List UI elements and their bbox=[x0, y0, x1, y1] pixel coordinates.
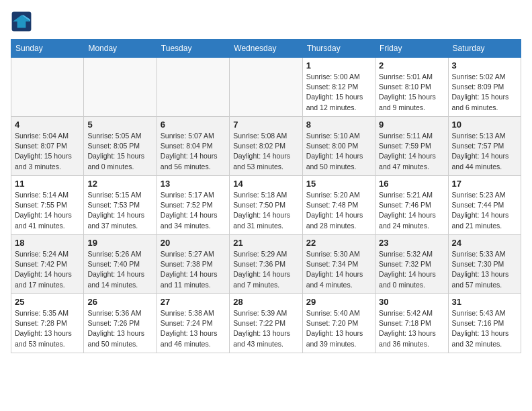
day-info: Sunrise: 5:38 AMSunset: 7:24 PMDaylight:… bbox=[161, 308, 226, 349]
weekday-header-monday: Monday bbox=[84, 40, 157, 58]
day-info: Sunrise: 5:40 AMSunset: 7:20 PMDaylight:… bbox=[306, 308, 371, 349]
day-info: Sunrise: 5:26 AMSunset: 7:40 PMDaylight:… bbox=[87, 249, 152, 290]
calendar-cell: 31Sunrise: 5:43 AMSunset: 7:16 PMDayligh… bbox=[448, 294, 521, 353]
weekday-header-wednesday: Wednesday bbox=[230, 40, 302, 58]
day-number: 26 bbox=[87, 297, 152, 307]
day-number: 10 bbox=[452, 120, 517, 130]
day-info: Sunrise: 5:33 AMSunset: 7:30 PMDaylight:… bbox=[452, 249, 517, 290]
day-number: 5 bbox=[87, 120, 152, 130]
week-row-3: 11Sunrise: 5:14 AMSunset: 7:55 PMDayligh… bbox=[11, 176, 521, 235]
day-info: Sunrise: 5:07 AMSunset: 8:04 PMDaylight:… bbox=[161, 131, 226, 172]
day-info: Sunrise: 5:11 AMSunset: 7:59 PMDaylight:… bbox=[379, 131, 444, 172]
day-info: Sunrise: 5:01 AMSunset: 8:10 PMDaylight:… bbox=[379, 72, 444, 113]
calendar-cell: 4Sunrise: 5:04 AMSunset: 8:07 PMDaylight… bbox=[11, 117, 84, 176]
logo-icon bbox=[11, 11, 32, 32]
calendar-cell: 18Sunrise: 5:24 AMSunset: 7:42 PMDayligh… bbox=[11, 235, 84, 294]
day-info: Sunrise: 5:35 AMSunset: 7:28 PMDaylight:… bbox=[15, 308, 80, 349]
day-info: Sunrise: 5:23 AMSunset: 7:44 PMDaylight:… bbox=[452, 190, 517, 231]
calendar-cell: 1Sunrise: 5:00 AMSunset: 8:12 PMDaylight… bbox=[302, 58, 375, 117]
day-number: 25 bbox=[15, 297, 80, 307]
day-info: Sunrise: 5:39 AMSunset: 7:22 PMDaylight:… bbox=[233, 308, 298, 349]
day-info: Sunrise: 5:10 AMSunset: 8:00 PMDaylight:… bbox=[306, 131, 371, 172]
calendar-cell bbox=[230, 58, 302, 117]
day-number: 1 bbox=[306, 60, 371, 71]
day-number: 13 bbox=[161, 179, 226, 189]
day-number: 8 bbox=[306, 120, 371, 130]
week-row-5: 25Sunrise: 5:35 AMSunset: 7:28 PMDayligh… bbox=[11, 294, 521, 353]
day-info: Sunrise: 5:02 AMSunset: 8:09 PMDaylight:… bbox=[452, 72, 517, 113]
calendar-cell: 12Sunrise: 5:15 AMSunset: 7:53 PMDayligh… bbox=[84, 176, 157, 235]
day-number: 12 bbox=[87, 179, 152, 189]
day-number: 20 bbox=[161, 238, 226, 248]
calendar-cell: 7Sunrise: 5:08 AMSunset: 8:02 PMDaylight… bbox=[230, 117, 302, 176]
day-number: 2 bbox=[379, 60, 444, 71]
calendar-cell: 30Sunrise: 5:42 AMSunset: 7:18 PMDayligh… bbox=[375, 294, 448, 353]
calendar-cell: 28Sunrise: 5:39 AMSunset: 7:22 PMDayligh… bbox=[230, 294, 302, 353]
day-number: 3 bbox=[452, 60, 517, 71]
weekday-header-sunday: Sunday bbox=[11, 40, 84, 58]
day-number: 16 bbox=[379, 179, 444, 189]
day-info: Sunrise: 5:32 AMSunset: 7:32 PMDaylight:… bbox=[379, 249, 444, 290]
week-row-4: 18Sunrise: 5:24 AMSunset: 7:42 PMDayligh… bbox=[11, 235, 521, 294]
weekday-header-thursday: Thursday bbox=[302, 40, 375, 58]
calendar-cell: 3Sunrise: 5:02 AMSunset: 8:09 PMDaylight… bbox=[448, 58, 521, 117]
day-number: 14 bbox=[233, 179, 298, 189]
day-number: 22 bbox=[306, 238, 371, 248]
day-info: Sunrise: 5:13 AMSunset: 7:57 PMDaylight:… bbox=[452, 131, 517, 172]
calendar-body: 1Sunrise: 5:00 AMSunset: 8:12 PMDaylight… bbox=[11, 58, 521, 353]
calendar-cell: 6Sunrise: 5:07 AMSunset: 8:04 PMDaylight… bbox=[157, 117, 229, 176]
day-number: 17 bbox=[452, 179, 517, 189]
calendar-cell: 21Sunrise: 5:29 AMSunset: 7:36 PMDayligh… bbox=[230, 235, 302, 294]
day-number: 24 bbox=[452, 238, 517, 248]
week-row-2: 4Sunrise: 5:04 AMSunset: 8:07 PMDaylight… bbox=[11, 117, 521, 176]
day-info: Sunrise: 5:21 AMSunset: 7:46 PMDaylight:… bbox=[379, 190, 444, 231]
day-info: Sunrise: 5:43 AMSunset: 7:16 PMDaylight:… bbox=[452, 308, 517, 349]
calendar-cell: 10Sunrise: 5:13 AMSunset: 7:57 PMDayligh… bbox=[448, 117, 521, 176]
day-info: Sunrise: 5:05 AMSunset: 8:05 PMDaylight:… bbox=[87, 131, 152, 172]
calendar-cell: 27Sunrise: 5:38 AMSunset: 7:24 PMDayligh… bbox=[157, 294, 229, 353]
calendar-cell: 23Sunrise: 5:32 AMSunset: 7:32 PMDayligh… bbox=[375, 235, 448, 294]
day-info: Sunrise: 5:27 AMSunset: 7:38 PMDaylight:… bbox=[161, 249, 226, 290]
calendar-header-row: SundayMondayTuesdayWednesdayThursdayFrid… bbox=[11, 40, 521, 58]
calendar-cell: 26Sunrise: 5:36 AMSunset: 7:26 PMDayligh… bbox=[84, 294, 157, 353]
day-number: 31 bbox=[452, 297, 517, 307]
weekday-header-tuesday: Tuesday bbox=[157, 40, 229, 58]
calendar-table: SundayMondayTuesdayWednesdayThursdayFrid… bbox=[11, 39, 521, 353]
calendar-cell: 5Sunrise: 5:05 AMSunset: 8:05 PMDaylight… bbox=[84, 117, 157, 176]
day-number: 6 bbox=[161, 120, 226, 130]
calendar-cell: 11Sunrise: 5:14 AMSunset: 7:55 PMDayligh… bbox=[11, 176, 84, 235]
calendar-cell: 14Sunrise: 5:18 AMSunset: 7:50 PMDayligh… bbox=[230, 176, 302, 235]
calendar-cell: 13Sunrise: 5:17 AMSunset: 7:52 PMDayligh… bbox=[157, 176, 229, 235]
day-info: Sunrise: 5:04 AMSunset: 8:07 PMDaylight:… bbox=[15, 131, 80, 172]
calendar-cell: 22Sunrise: 5:30 AMSunset: 7:34 PMDayligh… bbox=[302, 235, 375, 294]
day-number: 21 bbox=[233, 238, 298, 248]
calendar-cell: 17Sunrise: 5:23 AMSunset: 7:44 PMDayligh… bbox=[448, 176, 521, 235]
day-number: 7 bbox=[233, 120, 298, 130]
day-info: Sunrise: 5:30 AMSunset: 7:34 PMDaylight:… bbox=[306, 249, 371, 290]
day-info: Sunrise: 5:36 AMSunset: 7:26 PMDaylight:… bbox=[87, 308, 152, 349]
calendar-cell bbox=[84, 58, 157, 117]
calendar-cell bbox=[11, 58, 84, 117]
weekday-header-friday: Friday bbox=[375, 40, 448, 58]
calendar-cell: 16Sunrise: 5:21 AMSunset: 7:46 PMDayligh… bbox=[375, 176, 448, 235]
calendar-cell: 8Sunrise: 5:10 AMSunset: 8:00 PMDaylight… bbox=[302, 117, 375, 176]
calendar-cell: 15Sunrise: 5:20 AMSunset: 7:48 PMDayligh… bbox=[302, 176, 375, 235]
day-info: Sunrise: 5:17 AMSunset: 7:52 PMDaylight:… bbox=[161, 190, 226, 231]
day-info: Sunrise: 5:14 AMSunset: 7:55 PMDaylight:… bbox=[15, 190, 80, 231]
day-number: 18 bbox=[15, 238, 80, 248]
logo bbox=[11, 11, 35, 32]
day-number: 4 bbox=[15, 120, 80, 130]
calendar-cell: 20Sunrise: 5:27 AMSunset: 7:38 PMDayligh… bbox=[157, 235, 229, 294]
weekday-header-saturday: Saturday bbox=[448, 40, 521, 58]
calendar-cell: 25Sunrise: 5:35 AMSunset: 7:28 PMDayligh… bbox=[11, 294, 84, 353]
day-info: Sunrise: 5:18 AMSunset: 7:50 PMDaylight:… bbox=[233, 190, 298, 231]
day-info: Sunrise: 5:20 AMSunset: 7:48 PMDaylight:… bbox=[306, 190, 371, 231]
week-row-1: 1Sunrise: 5:00 AMSunset: 8:12 PMDaylight… bbox=[11, 58, 521, 117]
day-number: 19 bbox=[87, 238, 152, 248]
day-number: 9 bbox=[379, 120, 444, 130]
calendar-cell: 9Sunrise: 5:11 AMSunset: 7:59 PMDaylight… bbox=[375, 117, 448, 176]
calendar-cell: 2Sunrise: 5:01 AMSunset: 8:10 PMDaylight… bbox=[375, 58, 448, 117]
day-info: Sunrise: 5:08 AMSunset: 8:02 PMDaylight:… bbox=[233, 131, 298, 172]
day-number: 23 bbox=[379, 238, 444, 248]
day-number: 28 bbox=[233, 297, 298, 307]
